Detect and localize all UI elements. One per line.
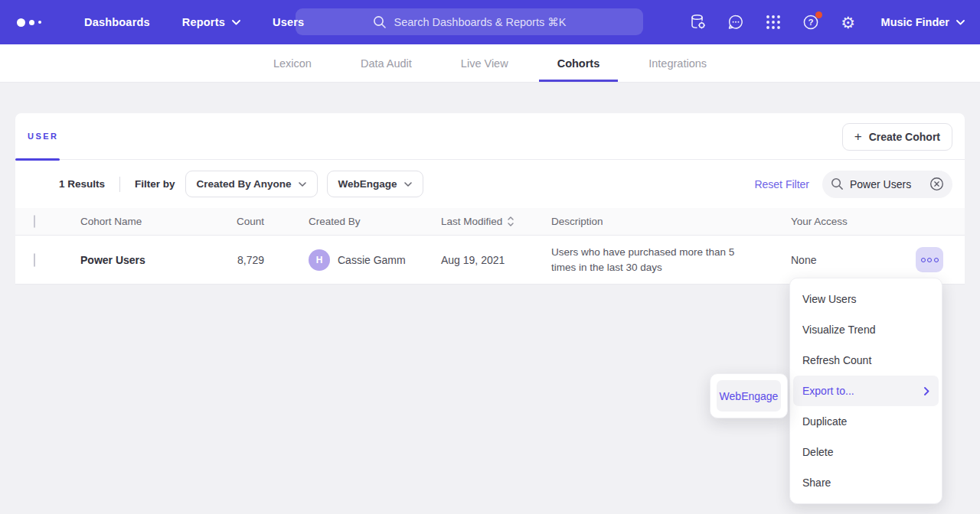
column-header-last-modified[interactable]: Last Modified bbox=[441, 216, 502, 227]
submenu-item-webengage[interactable]: WebEngage bbox=[717, 380, 781, 412]
logo-dot bbox=[17, 18, 25, 27]
project-name: Music Finder bbox=[881, 16, 949, 28]
ellipsis-icon bbox=[921, 258, 926, 262]
reset-filter-link[interactable]: Reset Filter bbox=[754, 178, 809, 190]
global-search-placeholder: Search Dashboards & Reports ⌘K bbox=[394, 16, 567, 28]
settings-gear-icon[interactable]: ⚙ bbox=[839, 13, 858, 31]
messages-icon[interactable] bbox=[727, 13, 745, 31]
section-tabbar: Lexicon Data Audit Live View Cohorts Int… bbox=[0, 44, 980, 83]
nav-right-cluster: ? ⚙ Music Finder bbox=[689, 0, 965, 44]
created-by-cell: H Cassie Gamm bbox=[264, 249, 441, 271]
integration-filter-value: WebEngage bbox=[338, 178, 397, 190]
clear-search-icon[interactable] bbox=[929, 177, 944, 191]
ellipsis-icon bbox=[927, 258, 932, 262]
last-modified-cell: Aug 19, 2021 bbox=[441, 254, 551, 266]
access-cell: None bbox=[776, 254, 916, 266]
tab-integrations[interactable]: Integrations bbox=[630, 44, 725, 82]
filter-row: 1 Results Filter by Created By Anyone We… bbox=[15, 160, 965, 208]
chevron-right-icon bbox=[924, 387, 929, 395]
notification-dot bbox=[815, 11, 822, 18]
chevron-down-icon bbox=[956, 20, 965, 25]
created-by-name: Cassie Gamm bbox=[338, 254, 406, 266]
logo-dot bbox=[38, 21, 41, 24]
tab-cohorts[interactable]: Cohorts bbox=[539, 44, 619, 82]
ellipsis-icon bbox=[934, 258, 939, 262]
menu-item-refresh-count[interactable]: Refresh Count bbox=[793, 345, 939, 376]
created-by-filter-dropdown[interactable]: Created By Anyone bbox=[185, 171, 318, 197]
global-search-bar[interactable]: Search Dashboards & Reports ⌘K bbox=[296, 8, 643, 35]
results-count: 1 Results bbox=[59, 178, 105, 190]
menu-item-duplicate[interactable]: Duplicate bbox=[793, 406, 939, 437]
divider bbox=[119, 177, 120, 192]
nav-item-label: Dashboards bbox=[84, 16, 150, 28]
avatar: H bbox=[309, 249, 330, 271]
nav-item-reports[interactable]: Reports bbox=[182, 16, 240, 28]
nav-item-dashboards[interactable]: Dashboards bbox=[84, 16, 150, 28]
search-icon bbox=[831, 177, 844, 190]
search-icon bbox=[373, 15, 387, 29]
menu-item-view-users[interactable]: View Users bbox=[793, 284, 939, 314]
cohort-name-cell[interactable]: Power Users bbox=[80, 254, 234, 266]
menu-item-export-to[interactable]: Export to... bbox=[793, 376, 939, 406]
tab-live-view[interactable]: Live View bbox=[443, 44, 527, 82]
cohorts-panel: USER + Create Cohort 1 Results Filter by… bbox=[15, 113, 965, 285]
panel-header: USER + Create Cohort bbox=[15, 113, 965, 160]
description-cell: Users who have purchased more than 5 tim… bbox=[551, 245, 776, 275]
nav-item-label: Reports bbox=[182, 16, 225, 28]
count-cell: 8,729 bbox=[234, 254, 264, 266]
table-header: Cohort Name Count Created By Last Modifi… bbox=[15, 208, 965, 236]
chevron-down-icon bbox=[404, 182, 412, 187]
apps-grid-icon[interactable] bbox=[764, 13, 782, 31]
plus-icon: + bbox=[854, 129, 862, 145]
svg-text:?: ? bbox=[808, 18, 813, 27]
create-cohort-button[interactable]: + Create Cohort bbox=[842, 123, 952, 151]
help-icon[interactable]: ? bbox=[802, 13, 820, 31]
logo-dot bbox=[29, 20, 34, 25]
active-tab-underline bbox=[15, 158, 60, 161]
menu-item-visualize-trend[interactable]: Visualize Trend bbox=[793, 314, 939, 345]
created-by-filter-value: Created By Anyone bbox=[197, 178, 292, 190]
tab-lexicon[interactable]: Lexicon bbox=[255, 44, 330, 82]
cohort-search-box bbox=[822, 171, 952, 198]
create-cohort-label: Create Cohort bbox=[869, 131, 940, 143]
mixpanel-logo[interactable] bbox=[17, 18, 41, 27]
row-checkbox[interactable] bbox=[34, 253, 35, 267]
nav-links: Dashboards Reports Users bbox=[84, 16, 304, 28]
menu-item-share[interactable]: Share bbox=[793, 467, 939, 498]
cohort-search-input[interactable] bbox=[850, 178, 923, 190]
column-header-created-by: Created By bbox=[264, 216, 441, 227]
menu-item-label: Export to... bbox=[802, 385, 854, 397]
top-nav: Dashboards Reports Users Search Dashboar… bbox=[0, 0, 980, 44]
menu-item-delete[interactable]: Delete bbox=[793, 437, 939, 467]
data-management-icon[interactable] bbox=[689, 13, 707, 31]
column-header-count: Count bbox=[234, 216, 264, 227]
select-all-checkbox[interactable] bbox=[34, 215, 35, 228]
filter-by-label: Filter by bbox=[135, 178, 175, 190]
row-actions-menu: View Users Visualize Trend Refresh Count… bbox=[789, 278, 942, 504]
project-selector[interactable]: Music Finder bbox=[881, 16, 965, 28]
column-header-cohort-name: Cohort Name bbox=[80, 216, 234, 227]
chevron-down-icon bbox=[232, 20, 240, 25]
column-header-description: Description bbox=[551, 216, 776, 227]
sort-icon[interactable] bbox=[508, 216, 514, 226]
tab-user[interactable]: USER bbox=[28, 132, 59, 141]
integration-filter-dropdown[interactable]: WebEngage bbox=[327, 171, 423, 197]
tab-data-audit[interactable]: Data Audit bbox=[342, 44, 430, 82]
row-actions-button[interactable] bbox=[916, 247, 943, 272]
chevron-down-icon bbox=[299, 182, 306, 187]
column-header-your-access: Your Access bbox=[776, 216, 916, 227]
export-submenu: WebEngage bbox=[710, 373, 788, 418]
